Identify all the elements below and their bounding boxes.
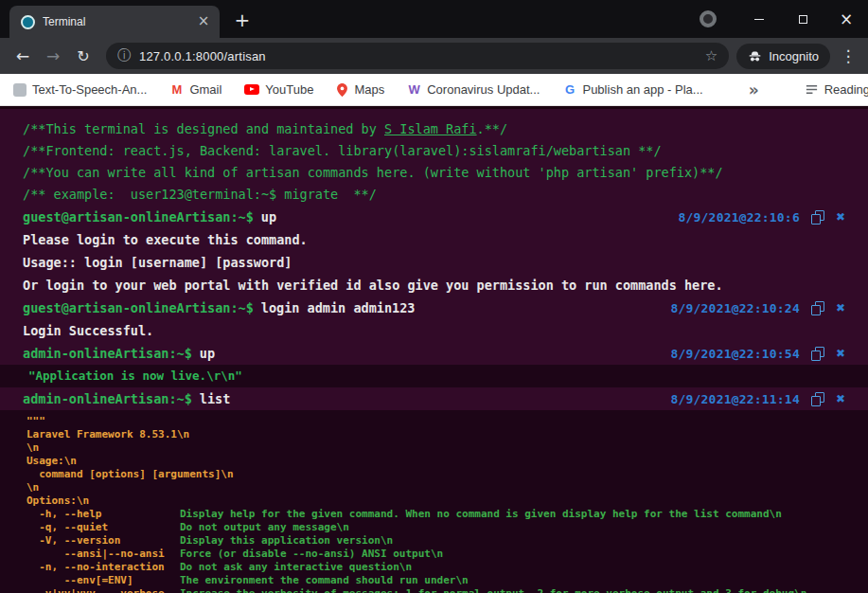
list-output-line: --ansi|--no-ansiForce (or disable --no-a… [27, 548, 868, 561]
terminal-comment: /**This terminal is designed and maintai… [0, 118, 868, 140]
command-text: list [200, 391, 231, 406]
bookmark-gmail[interactable]: M Gmail [169, 82, 221, 97]
list-output-block: """ Laravel Framework 8.53.1\n \n Usage:… [0, 410, 868, 593]
option-description: Force (or disable --no-ansi) ANSI output… [180, 548, 443, 560]
copy-icon[interactable] [811, 210, 824, 225]
list-output-line: command [options] [arguments]\n [27, 468, 868, 481]
output-line: Please login to execute this command. [0, 228, 868, 251]
list-output-line: -h, --helpDisplay help for the given com… [27, 508, 868, 521]
bookmark-label: Gmail [189, 82, 221, 97]
command-entry: guest@artisan-onlineArtisan:~$up 8/9/202… [0, 206, 868, 228]
minimize-button[interactable] [737, 0, 781, 38]
tab-favicon-icon [21, 15, 35, 29]
option-flag: --env[=ENV] [27, 574, 180, 587]
author-link[interactable]: S Islam Rafi [384, 121, 477, 136]
maps-pin-icon [336, 82, 348, 98]
option-flag: -V, --version [27, 534, 180, 548]
terminal-comment: /** example: user123@terminal:~$ migrate… [0, 184, 868, 206]
option-description: Do not output any message\n [180, 521, 349, 533]
dismiss-icon[interactable]: ✖ [836, 210, 845, 224]
generic-favicon-icon [13, 83, 27, 97]
incognito-spy-icon [748, 49, 762, 63]
copy-icon[interactable] [811, 301, 824, 315]
terminal-comment: /**You can write all kind of artisan com… [0, 162, 868, 184]
gmail-icon: M [169, 82, 184, 97]
bookmark-star-icon[interactable]: ☆ [705, 47, 717, 64]
option-flag: -h, --help [27, 508, 180, 521]
list-output-line: Usage:\n [27, 455, 868, 468]
copy-icon[interactable] [811, 347, 824, 361]
list-output-line: -n, --no-interactionDo not ask any inter… [27, 561, 868, 574]
option-description: Do not ask any interactive question\n [180, 561, 412, 573]
dismiss-icon[interactable]: ✖ [836, 392, 845, 405]
list-output-line: -q, --quietDo not output any message\n [27, 521, 868, 534]
prompt-label: admin-onlineArtisan:~$ [23, 391, 192, 406]
bookmark-label: Publish an app - Pla... [582, 82, 702, 97]
list-output-line: Laravel Framework 8.53.1\n [27, 428, 868, 441]
bookmark-coronavirus[interactable]: W Coronavirus Updat... [407, 82, 540, 97]
new-tab-button[interactable]: + [229, 8, 256, 34]
timestamp: 8/9/2021@22:10:24 [670, 301, 799, 315]
browser-window: Terminal × + × ← → ↻ ⓘ 127.0.0.1:8000/ar… [0, 0, 868, 593]
command-entry: admin-onlineArtisan:~$up 8/9/2021@22:10:… [0, 342, 868, 365]
list-output-line: \n [27, 441, 868, 455]
bookmark-maps[interactable]: Maps [336, 82, 384, 98]
tab-terminal[interactable]: Terminal × [9, 6, 220, 38]
site-info-icon[interactable]: ⓘ [117, 47, 131, 64]
bookmark-text-to-speech[interactable]: Text-To-Speech-An... [13, 82, 147, 97]
bookmark-label: YouTube [265, 82, 313, 97]
browser-menu-icon[interactable]: ⋮ [836, 46, 860, 65]
maximize-button[interactable] [781, 0, 824, 38]
reading-list-icon [805, 82, 819, 97]
list-output-line: -v|vv|vvv, --verboseIncrease the verbosi… [27, 587, 868, 593]
bookmarks-bar: Text-To-Speech-An... M Gmail YouTube Map… [0, 74, 868, 106]
youtube-icon [244, 84, 259, 95]
bookmark-label: Maps [354, 82, 384, 97]
option-description: The environment the command should run u… [180, 574, 469, 586]
reading-list-label: Reading list [824, 82, 868, 97]
command-text: up [200, 346, 215, 361]
google-g-icon: G [562, 82, 576, 97]
close-window-button[interactable]: × [824, 0, 868, 38]
command-text: up [261, 209, 276, 225]
prompt-label: guest@artisan-onlineArtisan:~$ [23, 300, 254, 315]
reload-button[interactable]: ↻ [68, 47, 98, 65]
reading-list-button[interactable]: Reading list [805, 82, 868, 97]
tab-close-icon[interactable]: × [195, 13, 212, 30]
timestamp: 8/9/2021@22:11:14 [670, 392, 799, 406]
profile-avatar-icon[interactable] [700, 10, 717, 27]
w-site-icon: W [407, 82, 421, 97]
list-output-line: -V, --versionDisplay this application ve… [27, 534, 868, 548]
option-description: Display help for the given command. When… [180, 508, 782, 520]
comment-text: /**This terminal is designed and maintai… [23, 121, 384, 136]
option-description: Display this application version\n [180, 534, 393, 547]
output-line: Login Successful. [0, 319, 868, 342]
copy-icon[interactable] [811, 392, 824, 406]
incognito-label: Incognito [769, 49, 819, 63]
list-output-line: \n [27, 481, 868, 494]
prompt-label: guest@artisan-onlineArtisan:~$ [23, 209, 254, 225]
forward-button[interactable]: → [38, 46, 68, 65]
tabstrip-right: × [700, 0, 868, 38]
dismiss-icon[interactable]: ✖ [836, 301, 845, 314]
bookmarks-overflow-icon[interactable]: » [749, 81, 759, 99]
bookmark-label: Coronavirus Updat... [427, 82, 540, 97]
dismiss-icon[interactable]: ✖ [836, 347, 845, 360]
output-line: Usage:: login [username] [password] [0, 251, 868, 274]
option-flag: -v|vv|vvv, --verbose [27, 587, 180, 593]
option-description: Increase the verbosity of messages: 1 fo… [180, 587, 806, 593]
bookmark-youtube[interactable]: YouTube [244, 82, 313, 97]
output-line: Or login to your web portal with verifie… [0, 274, 868, 296]
tab-strip: Terminal × + × [0, 0, 868, 38]
command-text: login admin admin123 [261, 300, 416, 315]
address-bar[interactable]: ⓘ 127.0.0.1:8000/artisan ☆ [106, 43, 729, 69]
prompt-label: admin-onlineArtisan:~$ [23, 346, 192, 361]
bookmark-publish-app[interactable]: G Publish an app - Pla... [562, 82, 702, 97]
bookmark-label: Text-To-Speech-An... [32, 82, 147, 97]
command-entry: admin-onlineArtisan:~$list 8/9/2021@22:1… [0, 387, 868, 410]
option-flag: --ansi|--no-ansi [27, 548, 180, 561]
url-text[interactable]: 127.0.0.1:8000/artisan [139, 49, 697, 63]
timestamp: 8/9/2021@22:10:6 [679, 210, 800, 225]
timestamp: 8/9/2021@22:10:54 [670, 347, 799, 361]
back-button[interactable]: ← [8, 46, 38, 65]
